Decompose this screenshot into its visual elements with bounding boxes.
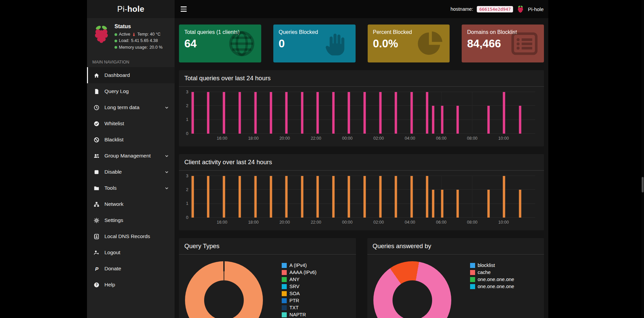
navbar-right: hostname: 666154e2d947 Pi-hole [451,0,548,18]
chart-bar [254,92,257,134]
legend-label: one.one.one.one [478,277,514,282]
summary-card-queries-blocked: Queries Blocked0 [273,25,356,62]
donut-hole [393,280,432,318]
chart-bar [395,176,397,218]
panel-title-queries-answered-by: Queries answered by [367,238,544,255]
sidebar-item-network[interactable]: Network [87,196,175,212]
sidebar-item-group-management[interactable]: Group Management [87,148,175,164]
y-tick-label: 3 [186,90,188,94]
legend-item-blocklist[interactable]: blocklist [470,263,514,268]
legend-label: SOA [289,291,300,296]
legend-item-soa[interactable]: SOA [282,291,317,296]
x-tick-label: 18:00 [248,136,259,141]
legend-label: A (IPv4) [289,263,307,268]
chart-bar [379,176,381,218]
chart-bar [238,176,241,218]
sidebar-item-donate[interactable]: PDonate [87,261,175,277]
x-tick-label: 00:00 [342,220,353,225]
x-tick-label: 18:00 [248,220,259,225]
status-label: Memory usage: [119,44,148,51]
sign-out-icon [94,249,100,256]
sidebar-item-label: Whitelist [104,121,124,127]
sidebar-item-long-term-data[interactable]: Long term data [87,99,175,116]
legend-item-txt[interactable]: TXT [282,305,317,310]
legend-swatch [282,312,287,317]
x-tick-label: 20:00 [279,220,290,225]
sidebar-item-label: Local DNS Records [104,233,150,239]
y-tick-label: 2 [186,104,188,108]
sidebar-item-blacklist[interactable]: Blacklist [87,132,175,148]
sidebar-item-label: Tools [104,185,117,191]
legend-item-naptr[interactable]: NAPTR [282,312,317,317]
legend-swatch [282,277,287,282]
legend-item-aaaa-ipv6[interactable]: AAAA (IPv6) [282,270,317,275]
chart-bar [426,92,428,134]
chart-bar [519,190,521,218]
page: Pi-hole hostname: 666154e2d947 Pi-hole S… [0,0,644,318]
chart-bar [301,92,304,134]
chart-bar [426,176,428,218]
legend-item-one-one-one-one[interactable]: one.one.one.one [470,284,514,289]
legend-item-any[interactable]: ANY [282,277,317,282]
sidebar-item-label: Disable [104,169,122,175]
status-title: Status [114,24,163,30]
chart-bar [457,106,459,134]
status-text: Status Active Temp: 40 °C Load: 5.41 5.6… [114,24,163,51]
legend-item-cache[interactable]: cache [470,270,514,275]
network-icon [94,201,100,207]
status-row-active: Active Temp: 40 °C [114,31,163,38]
chevron-down-icon [164,105,169,110]
brand-prefix: Pi- [117,4,127,14]
x-tick-label: 02:00 [373,136,384,141]
svg-text:P: P [95,266,98,271]
sidebar-item-disable[interactable]: Disable [87,164,175,180]
x-tick-label: 22:00 [311,220,321,225]
sidebar-item-label: Long term data [104,104,139,110]
users-icon [94,153,100,159]
query-types-legend: A (IPv4)AAAA (IPv6)ANYSRVSOAPTRTXTNAPTR [282,263,317,318]
x-tick-label: 08:00 [467,136,477,141]
chart-bar [441,106,444,134]
y-tick-label: 1 [186,118,188,122]
sidebar-item-help[interactable]: ?Help [87,277,175,293]
y-tick-label: 0 [186,132,188,136]
sidebar-item-whitelist[interactable]: Whitelist [87,116,175,132]
status-label: Load: [119,38,129,44]
page-scrollbar[interactable] [641,0,644,318]
legend-item-one-one-one-one[interactable]: one.one.one.one [470,277,514,282]
donut-hole [204,280,244,318]
chart-bar [270,176,272,218]
sidebar-item-label: Logout [104,249,120,256]
legend-item-a-ipv4[interactable]: A (IPv4) [282,263,317,268]
summary-card-total-queries-1-clients: Total queries (1 clients)64 [179,25,261,62]
chart-bar [519,106,521,134]
legend-swatch [470,277,475,282]
total-queries-chart: 012316:0018:0020:0022:0000:0002:0004:000… [191,92,535,134]
sidebar-item-label: Donate [104,266,121,272]
legend-label: PTR [289,298,299,303]
chart-bar [301,176,304,218]
legend-item-srv[interactable]: SRV [282,284,317,289]
pihole-logo [92,24,110,44]
status-value: 5.41 5.65 4.38 [131,38,158,44]
sidebar-item-tools[interactable]: Tools [87,180,175,196]
top-navbar: Pi-hole hostname: 666154e2d947 Pi-hole [87,0,548,18]
brand-link[interactable]: Pi-hole [87,0,175,18]
gridline [254,176,254,218]
sidebar-item-dashboard[interactable]: Dashboard [87,67,175,83]
sidebar-toggle-button[interactable] [175,0,193,18]
chart-bar [223,92,225,134]
sidebar-item-settings[interactable]: Settings [87,212,175,228]
sidebar-item-local-dns-records[interactable]: Local DNS Records [87,228,175,244]
sidebar-item-logout[interactable]: Logout [87,244,175,261]
status-row-load: Load: 5.41 5.65 4.38 [114,38,163,44]
legend-item-ptr[interactable]: PTR [282,298,317,303]
hamburger-icon [181,6,187,7]
sidebar-item-query-log[interactable]: Query Log [87,83,175,99]
sidebar-item-label: Network [104,201,124,207]
legend-swatch [470,270,475,275]
scrollbar-thumb[interactable] [642,177,644,192]
legend-swatch [470,263,475,268]
raspberry-icon [517,5,524,13]
x-tick-label: 08:00 [467,220,477,225]
